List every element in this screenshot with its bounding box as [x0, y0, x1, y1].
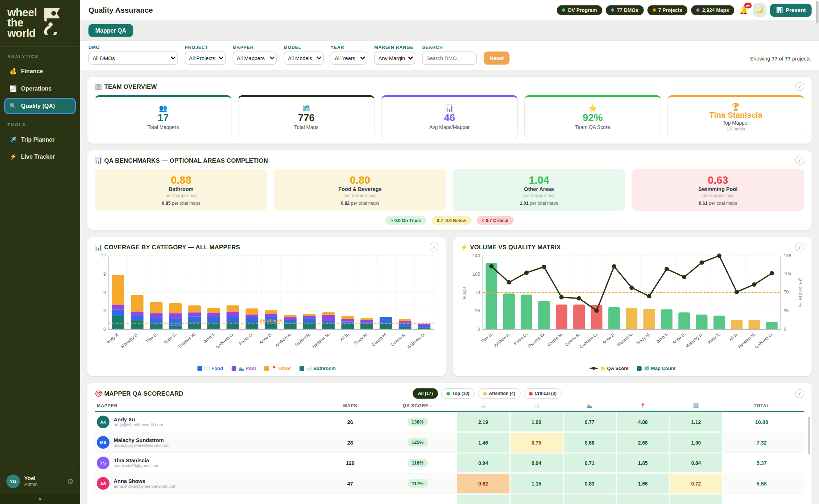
page-scrollbar[interactable]	[816, 1, 818, 23]
mapper-cell: TSTina Stanisciatstaniscia63@gmail.com	[95, 457, 322, 469]
filter-select-model[interactable]: All Models	[284, 51, 324, 64]
svg-text:Ali B.: Ali B.	[339, 332, 350, 342]
search-input[interactable]	[422, 51, 477, 64]
bar-chart-icon: 📊	[445, 105, 454, 112]
filter-select-dmo[interactable]: All DMOs	[88, 51, 178, 64]
scorecard-filter-attention-4[interactable]: Attention (4)	[478, 388, 521, 399]
mapper-name: Andy Xu	[114, 416, 163, 422]
filter-select-mapper[interactable]: All Mappers	[233, 51, 277, 64]
table-row[interactable]	[95, 494, 804, 504]
pool-icon: 🏊	[563, 403, 616, 408]
coverage-stacked-bar-chart: 036912BenchmarkAndy X.Malachy S.Tina S.A…	[95, 251, 438, 365]
bar-chart-icon: 📊	[776, 7, 783, 13]
legend-label: 🗺️ Map Count	[644, 366, 675, 371]
filter-select-margin-range[interactable]: Any Margin	[374, 51, 415, 64]
scorecard-filter-critical-3[interactable]: Critical (3)	[524, 388, 562, 399]
gear-icon[interactable]: ⚙	[67, 477, 74, 486]
filter-group-mapper: MAPPERAll Mappers	[233, 45, 277, 64]
svg-text:Andy X.: Andy X.	[106, 332, 120, 345]
sidebar-collapse-button[interactable]: «	[0, 493, 80, 504]
table-row[interactable]: MSMalachy Sundstrommalachy@wheeltheworld…	[95, 432, 804, 453]
tab-mapper-qa[interactable]: Mapper QA	[88, 24, 133, 37]
sidebar-item-finance[interactable]: 💰Finance	[4, 63, 76, 79]
info-icon[interactable]: i	[430, 242, 439, 251]
tab-bar: Mapper QA	[80, 21, 819, 41]
benchmark-tile-food-beverage: 0.80Food & Beverageper mapper avg0.82 pe…	[274, 169, 446, 211]
benchmark-total-line: 0.85 per total maps	[162, 200, 200, 205]
total-score: 10.88	[723, 419, 801, 425]
svg-text:3: 3	[103, 308, 106, 313]
stat-value: 776	[298, 113, 315, 123]
metric-cell: 0.68	[563, 432, 616, 452]
qa-benchmarks-card: 📊 QA BENCHMARKS — OPTIONAL AREAS COMPLET…	[87, 150, 812, 230]
mapper-qa-scorecard-card: 🎯 MAPPER QA SCORECARD All (17)Top (10)At…	[87, 383, 812, 504]
benchmark-avg-label: per mapper avg	[523, 193, 554, 198]
metric-cell: 0.62	[456, 474, 510, 493]
table-row[interactable]: TSTina Stanisciatstaniscia63@gmail.com12…	[95, 453, 804, 474]
info-icon[interactable]: i	[795, 389, 804, 398]
reset-button[interactable]: Reset	[484, 51, 510, 64]
pin-icon: 📍	[616, 403, 670, 408]
scorecard-filter-label: Top (10)	[452, 391, 470, 396]
wheel-the-world-logo[interactable]: wheel the world	[0, 0, 80, 47]
filter-label: DMO	[88, 45, 178, 50]
metric-cell	[669, 494, 723, 504]
volume-vs-quality-card: ⚡ VOLUME VS QUALITY MATRIX i 03570105140…	[453, 237, 812, 376]
lightning-icon: ⚡	[9, 154, 17, 161]
metric-cell: 4.88	[616, 412, 670, 432]
mapper-cell: AXAndy Xuandy@wheeltheworld.com	[95, 416, 322, 428]
people-icon: 👥	[159, 105, 167, 112]
scorecard-filter-top-10[interactable]: Top (10)	[441, 388, 475, 399]
svg-text:Tina S.: Tina S.	[480, 332, 494, 344]
magnifier-icon: 🔍	[9, 103, 17, 109]
svg-text:Florent R.: Florent R.	[616, 332, 634, 347]
user-profile[interactable]: YG Yoel Admin ⚙	[0, 470, 80, 493]
svg-text:Malachy S.: Malachy S.	[684, 332, 704, 349]
present-button[interactable]: 📊 Present	[770, 3, 812, 16]
results-count: Showing 77 of 77 projects	[750, 56, 811, 65]
table-scrollbar[interactable]	[808, 417, 810, 455]
metric-cell: 1.66	[616, 474, 670, 493]
coverage-by-category-card: 📊 COVERAGE BY CATEGORY — ALL MAPPERS i 0…	[87, 237, 446, 376]
legend-item-qa-score: ⭐ QA Score	[590, 366, 629, 371]
svg-text:Carola M.: Carola M.	[371, 332, 388, 347]
svg-text:Anna S.: Anna S.	[671, 332, 686, 345]
legend-swatch	[264, 366, 269, 371]
benchmark-value: 0.63	[708, 174, 728, 185]
moneybag-icon: 💰	[9, 68, 17, 75]
sidebar-item-trip-planner[interactable]: ✈️Trip Planner	[4, 132, 76, 148]
stat-card-avg-maps-mapper: 📊46Avg Maps/Mapper	[381, 95, 518, 138]
legend-label: 🏊 Pool	[238, 366, 256, 371]
legend-dot	[592, 367, 595, 370]
theme-toggle-button[interactable]: 🌙	[753, 3, 767, 17]
status-dot-icon	[447, 392, 450, 395]
team-overview-card: 🏢 TEAM OVERVIEW i 👥17Total Mappers🗺️776T…	[87, 77, 812, 143]
benchmark-legend-pill: 0.7–0.9 Below	[431, 216, 471, 225]
legend-label: 📍 Other	[271, 366, 291, 371]
info-icon[interactable]: i	[795, 156, 804, 165]
filter-select-project[interactable]: All Projects	[185, 51, 226, 64]
table-row[interactable]: ASAnna Showsanna.shows@wheeltheworld.com…	[95, 474, 804, 494]
chart-increasing-icon: 📈	[9, 85, 17, 92]
filter-bar: DMOAll DMOsPROJECTAll ProjectsMAPPERAll …	[80, 41, 819, 70]
building-icon: 🏢	[95, 83, 102, 89]
info-icon[interactable]: i	[795, 82, 804, 91]
scorecard-title: 🎯 MAPPER QA SCORECARD	[95, 390, 183, 397]
benchmark-tile-swimming-pool: 0.63Swimming Poolper mapper avg0.61 per …	[632, 169, 804, 211]
svg-text:Paola O.: Paola O.	[513, 332, 529, 346]
info-icon[interactable]: i	[795, 242, 804, 251]
svg-text:Thomas W.: Thomas W.	[526, 332, 546, 349]
scorecard-filter-all-17[interactable]: All (17)	[413, 388, 438, 399]
notifications-button[interactable]: 🔔 9+	[739, 5, 748, 15]
sidebar-item-operations[interactable]: 📈Operations	[4, 80, 76, 97]
svg-text:Juan T.: Juan T.	[655, 332, 669, 344]
header-badges: DV Program77 DMOs7 Projects2,924 Maps	[557, 5, 734, 15]
sidebar-item-live-tracker[interactable]: ⚡Live Tracker	[4, 149, 76, 165]
mapper-email: anna.shows@wheeltheworld.com	[114, 484, 177, 489]
sidebar-item-quality-qa[interactable]: 🔍Quality (QA)	[4, 98, 76, 114]
svg-text:Malachy S.: Malachy S.	[120, 332, 139, 349]
table-row[interactable]: AXAndy Xuandy@wheeltheworld.com26138%2.1…	[95, 412, 804, 433]
svg-text:Juan T.: Juan T.	[202, 332, 216, 344]
column-qa-score: QA SCORE ↓	[379, 403, 456, 408]
filter-select-year[interactable]: All Years	[331, 51, 368, 64]
